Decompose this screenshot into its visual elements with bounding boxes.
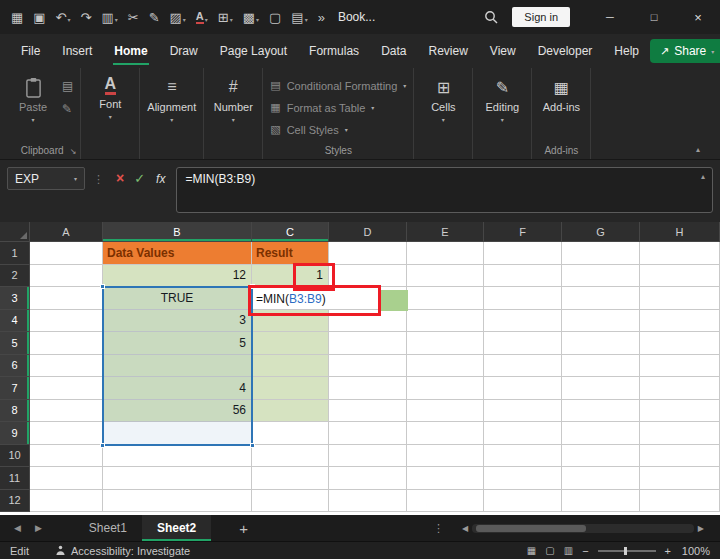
menu-tab-draw[interactable]: Draw (159, 34, 209, 68)
save-icon[interactable]: ▣ (28, 8, 50, 27)
column-header-A[interactable]: A (30, 222, 103, 242)
cell-E3[interactable] (407, 287, 484, 310)
cell-F1[interactable] (484, 242, 562, 265)
cell-G1[interactable] (562, 242, 640, 265)
cell-H3[interactable] (640, 287, 720, 310)
row-header-7[interactable]: 7 (0, 377, 30, 400)
cell-D6[interactable] (329, 355, 407, 378)
cell-F12[interactable] (484, 490, 562, 513)
alignment-button[interactable]: ≡ Alignment ▾ (147, 76, 196, 123)
font-button[interactable]: A Font ▾ (88, 76, 132, 120)
cell-A1[interactable] (30, 242, 103, 265)
cell-B12[interactable] (103, 490, 252, 513)
cell-A9[interactable] (30, 422, 103, 445)
cell-F7[interactable] (484, 377, 562, 400)
more-commands-icon[interactable]: » (313, 8, 330, 27)
cell-E10[interactable] (407, 445, 484, 468)
select-all-button[interactable] (0, 222, 30, 242)
paste-button[interactable]: Paste ▾ (11, 76, 55, 123)
zoom-out-icon[interactable]: − (582, 545, 588, 557)
sheet-options-icon[interactable]: ⋮ (433, 522, 444, 535)
row-header-11[interactable]: 11 (0, 467, 30, 490)
cell-E4[interactable] (407, 310, 484, 333)
row-header-8[interactable]: 8 (0, 400, 30, 423)
copy-icon[interactable]: ▤ (62, 79, 73, 93)
copy-icon[interactable]: ▥▾ (96, 8, 122, 27)
range-handle[interactable] (250, 443, 255, 448)
menu-tab-developer[interactable]: Developer (527, 34, 604, 68)
cell-C8[interactable] (252, 400, 329, 423)
addins-button[interactable]: ▦ Add-ins (539, 76, 583, 113)
cell-G5[interactable] (562, 332, 640, 355)
cell-C12[interactable] (252, 490, 329, 513)
cell-D11[interactable] (329, 467, 407, 490)
cell-H7[interactable] (640, 377, 720, 400)
horizontal-scrollbar[interactable]: ◀ ▶ (458, 524, 708, 533)
cell-E12[interactable] (407, 490, 484, 513)
cell-E9[interactable] (407, 422, 484, 445)
cell-C10[interactable] (252, 445, 329, 468)
cell-E7[interactable] (407, 377, 484, 400)
sheet-tab-sheet2[interactable]: Sheet2 (142, 515, 211, 541)
menu-tab-file[interactable]: File (10, 34, 51, 68)
cell-G2[interactable] (562, 265, 640, 288)
column-header-H[interactable]: H (640, 222, 720, 242)
editing-button[interactable]: ✎ Editing ▾ (480, 76, 524, 123)
cell-A11[interactable] (30, 467, 103, 490)
confirm-icon[interactable]: ✓ (134, 171, 145, 186)
cell-G8[interactable] (562, 400, 640, 423)
format-painter-icon[interactable]: ✎ (144, 8, 165, 27)
column-header-B[interactable]: B (103, 222, 252, 242)
scroll-left-icon[interactable]: ◀ (458, 524, 472, 533)
menu-tab-help[interactable]: Help (603, 34, 650, 68)
row-header-9[interactable]: 9 (0, 422, 30, 445)
cell-G9[interactable] (562, 422, 640, 445)
column-header-G[interactable]: G (562, 222, 640, 242)
cell-G10[interactable] (562, 445, 640, 468)
cell-D7[interactable] (329, 377, 407, 400)
cell-H8[interactable] (640, 400, 720, 423)
cell-E2[interactable] (407, 265, 484, 288)
format-as-table-button[interactable]: ▦ Format as Table ▾ (270, 101, 406, 114)
close-icon[interactable]: × (676, 0, 720, 34)
cell-H10[interactable] (640, 445, 720, 468)
accessibility-status[interactable]: Accessibility: Investigate (55, 545, 190, 557)
cell-A4[interactable] (30, 310, 103, 333)
cell-G11[interactable] (562, 467, 640, 490)
row-header-4[interactable]: 4 (0, 310, 30, 333)
cell-B2[interactable]: 12 (103, 265, 252, 288)
cell-H11[interactable] (640, 467, 720, 490)
cell-F11[interactable] (484, 467, 562, 490)
sheet-nav-left-icon[interactable]: ◀ (14, 523, 21, 533)
search-icon[interactable] (480, 6, 502, 28)
merge-center-icon[interactable]: ▩▾ (238, 8, 264, 27)
scrollbar-track[interactable] (472, 524, 694, 533)
cell-F9[interactable] (484, 422, 562, 445)
maximize-icon[interactable]: □ (632, 0, 676, 34)
cell-D9[interactable] (329, 422, 407, 445)
number-button[interactable]: # Number ▾ (211, 76, 255, 123)
formula-input[interactable]: =MIN(B3:B9) ▴ (176, 167, 713, 213)
zoom-slider[interactable] (598, 550, 656, 552)
cell-A6[interactable] (30, 355, 103, 378)
menu-tab-data[interactable]: Data (370, 34, 417, 68)
share-button[interactable]: ↗ Share ▾ (650, 39, 720, 63)
fill-color-icon[interactable]: ▨▾ (165, 8, 191, 27)
cell-F10[interactable] (484, 445, 562, 468)
menu-tab-home[interactable]: Home (103, 34, 158, 68)
cell-G6[interactable] (562, 355, 640, 378)
cell-H12[interactable] (640, 490, 720, 513)
cell-A2[interactable] (30, 265, 103, 288)
cell-F4[interactable] (484, 310, 562, 333)
cell-B11[interactable] (103, 467, 252, 490)
cell-D2[interactable] (329, 265, 407, 288)
borders-icon[interactable]: ⊞▾ (213, 8, 238, 27)
cell-A5[interactable] (30, 332, 103, 355)
cell-F6[interactable] (484, 355, 562, 378)
cell-G4[interactable] (562, 310, 640, 333)
normal-view-icon[interactable]: ▦ (527, 545, 536, 556)
cell-D10[interactable] (329, 445, 407, 468)
zoom-slider-thumb[interactable] (624, 547, 627, 555)
undo-icon[interactable]: ↶▾ (51, 8, 76, 27)
cell-D12[interactable] (329, 490, 407, 513)
